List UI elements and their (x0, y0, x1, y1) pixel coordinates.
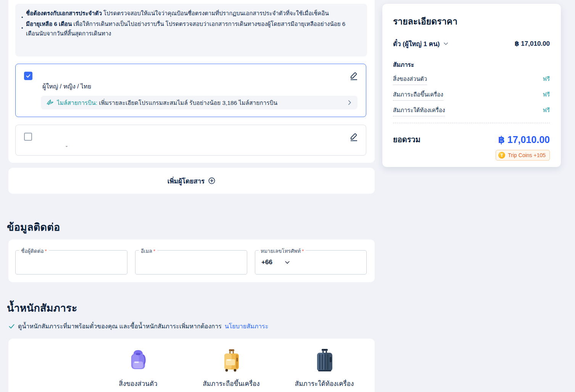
note-bold-text: ชื่อต้องตรงกับเอกสารประจำตัว (26, 10, 102, 16)
add-passenger-button[interactable]: เพิ่มผู้โดยสาร (8, 168, 375, 194)
price-item-label[interactable]: สัมภาระใต้ท้องเครื่อง (393, 106, 445, 116)
field-label-text: หมายเลขโทรศัพท์ (261, 248, 301, 254)
passenger-card-2[interactable]: ั (15, 125, 366, 156)
price-item-value: ฟรี (543, 106, 550, 115)
phone-country-code: +66 (261, 259, 272, 266)
check-icon (8, 323, 15, 329)
total-price-value: ฿ 17,010.00 (498, 134, 550, 145)
baggage-item-label: สิ่งของส่วนตัว (119, 378, 158, 389)
trip-coins-label: Trip Coins +105 (508, 152, 546, 158)
ticket-price-expander[interactable]: ตั๋ว (ผู้ใหญ่ 1 คน) (393, 39, 449, 49)
passenger-2-checkbox[interactable] (24, 133, 32, 141)
price-baggage-header: สัมภาระ (393, 60, 550, 69)
baggage-note-text: ดูน้ำหนักสัมภาระที่มาพร้อมตั๋วของคุณ และ… (18, 321, 222, 331)
edit-pencil-icon (349, 132, 358, 141)
passenger-2-edit-button[interactable] (349, 132, 358, 141)
passenger-1-checkbox[interactable] (24, 72, 32, 80)
trip-coins-row: T Trip Coins +105 (393, 150, 550, 161)
baggage-items-row: สิ่งของส่วนตัว สัมภาระถือขึ้นเครื่อง (107, 349, 356, 389)
chevron-down-icon (284, 259, 291, 266)
contact-name-field[interactable]: ชื่อผู้ติดต่อ* (15, 250, 127, 275)
carry-on-luggage-icon (220, 349, 243, 372)
checked-luggage-icon (313, 349, 336, 372)
required-asterisk: * (45, 248, 47, 254)
price-item-value: ฟรี (543, 74, 550, 84)
check-icon (26, 73, 31, 79)
ticket-price-value: ฿ 17,010.00 (515, 40, 550, 48)
price-details-panel: รายละเอียดราคา ตั๋ว (ผู้ใหญ่ 1 คน) ฿ 17,… (382, 4, 561, 167)
backpack-icon (127, 349, 150, 372)
note-bold-text: มีอายุเหลือ 6 เดือน (26, 21, 72, 27)
baggage-item-personal: สิ่งของส่วนตัว (107, 349, 169, 389)
edit-pencil-icon (349, 71, 358, 80)
baggage-section-heading: น้ำหนักสัมภาระ (7, 300, 77, 316)
passenger-notes-box: ชื่อต้องตรงกับเอกสารประจำตัว โปรดตรวจสอบ… (15, 4, 367, 56)
trip-coins-badge[interactable]: T Trip Coins +105 (496, 150, 550, 161)
passenger-1-description: ผู้ใหญ่ / หญิง / ไทย (42, 82, 91, 91)
baggage-item-carry-on: สัมภาระถือขึ้นเครื่อง (200, 349, 263, 389)
baggage-card: สิ่งของส่วนตัว สัมภาระถือขึ้นเครื่อง (8, 339, 375, 392)
note-regular-text: เพื่อให้การเดินทางเป็นไปอย่างราบรื่น โปร… (26, 21, 345, 36)
add-passenger-label: เพิ่มผู้โดยสาร (168, 176, 205, 186)
passenger-1-edit-button[interactable] (349, 71, 358, 80)
contact-section-heading: ข้อมูลติดต่อ (7, 219, 60, 235)
dashed-divider (393, 123, 550, 123)
baggage-note-row: ดูน้ำหนักสัมภาระที่มาพร้อมตั๋วของคุณ และ… (8, 321, 268, 331)
total-price-row: ยอดรวม ฿ 17,010.00 (393, 133, 550, 146)
chevron-right-icon (346, 99, 353, 106)
note-regular-text: โปรดตรวจสอบให้แน่ใจว่าคุณป้อนชื่อตรงตามท… (102, 10, 329, 16)
baggage-policy-link[interactable]: นโยบายสัมภาระ (225, 321, 268, 331)
airline-miles-icon (46, 99, 54, 106)
airline-miles-text: ไมล์สายการบิน: เพิ่มรายละเอียดโปรแกรมสะส… (57, 98, 346, 108)
field-label-text: อีเมล (141, 248, 152, 254)
email-field[interactable]: อีเมล* (135, 250, 247, 275)
passenger-section-card: ชื่อต้องตรงกับเอกสารประจำตัว โปรดตรวจสอบ… (8, 0, 375, 163)
passenger-notes-list: ชื่อต้องตรงกับเอกสารประจำตัว โปรดตรวจสอบ… (21, 9, 359, 38)
ticket-label-text: ตั๋ว (ผู้ใหญ่ 1 คน) (393, 39, 440, 49)
email-label: อีเมล* (139, 247, 157, 255)
price-item-row: สัมภาระใต้ท้องเครื่อง ฟรี (393, 106, 550, 116)
contact-name-label: ชื่อผู้ติดต่อ* (19, 247, 49, 255)
baggage-item-label: สัมภาระถือขึ้นเครื่อง (203, 378, 259, 389)
baggage-item-checked: สัมภาระใต้ท้องเครื่อง (293, 349, 356, 389)
price-item-value: ฟรี (543, 90, 550, 99)
price-item-row: สัมภาระถือขึ้นเครื่อง ฟรี (393, 90, 550, 101)
circle-plus-icon (208, 177, 216, 185)
airline-miles-description: เพิ่มรายละเอียดโปรแกรมสะสมไมล์ รับอย่างน… (97, 100, 277, 106)
note-item: มีอายุเหลือ 6 เดือน เพื่อให้การเดินทางเป… (21, 19, 359, 38)
required-asterisk: * (302, 248, 304, 254)
price-item-label[interactable]: สิ่งของส่วนตัว (393, 74, 427, 85)
price-item-label[interactable]: สัมภาระถือขึ้นเครื่อง (393, 90, 443, 101)
trip-coin-icon: T (498, 152, 505, 159)
total-label: ยอดรวม (393, 133, 420, 146)
phone-field[interactable]: หมายเลขโทรศัพท์* +66 (255, 250, 367, 275)
baggage-item-label: สัมภาระใต้ท้องเครื่อง (295, 378, 354, 389)
phone-label: หมายเลขโทรศัพท์* (259, 247, 306, 255)
passenger-card-1[interactable]: ผู้ใหญ่ / หญิง / ไทย ไมล์สายการบิน: เพิ่… (15, 64, 366, 117)
airline-miles-row[interactable]: ไมล์สายการบิน: เพิ่มรายละเอียดโปรแกรมสะส… (41, 96, 358, 109)
required-asterisk: * (153, 248, 155, 254)
chevron-down-icon (443, 40, 449, 47)
field-label-text: ชื่อผู้ติดต่อ (21, 248, 44, 254)
price-item-row: สิ่งของส่วนตัว ฟรี (393, 74, 550, 85)
airline-miles-label: ไมล์สายการบิน: (57, 100, 97, 106)
note-item: ชื่อต้องตรงกับเอกสารประจำตัว โปรดตรวจสอบ… (21, 9, 359, 18)
price-panel-title: รายละเอียดราคา (393, 14, 550, 28)
ticket-price-row: ตั๋ว (ผู้ใหญ่ 1 คน) ฿ 17,010.00 (393, 39, 550, 49)
contact-card: ชื่อผู้ติดต่อ* อีเมล* หมายเลขโทรศัพท์* +… (8, 239, 375, 282)
